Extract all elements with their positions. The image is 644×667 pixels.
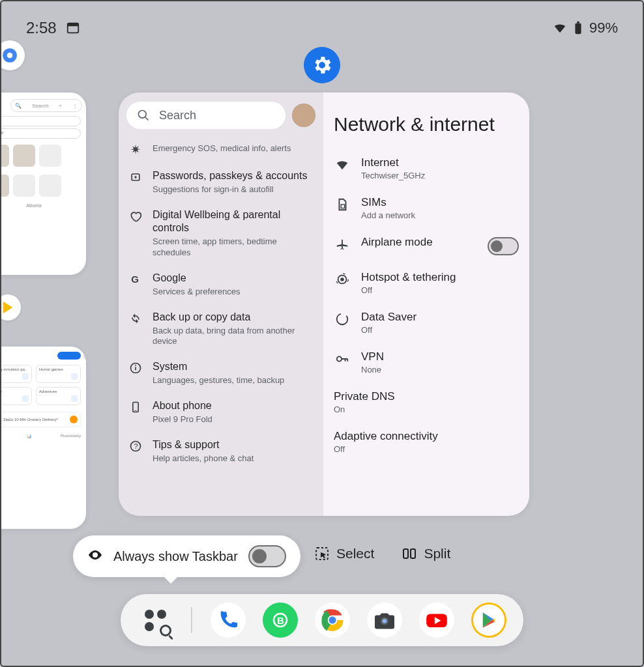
battery-icon — [571, 21, 585, 35]
search-icon — [160, 625, 171, 636]
google-icon: G — [128, 273, 143, 286]
net-adaptive[interactable]: Adaptive connectivityOff — [330, 422, 523, 462]
camera-app[interactable] — [367, 603, 402, 638]
net-vpn[interactable]: VPNNone — [330, 343, 523, 382]
settings-detail-pane: Network & internet InternetTechwiser_5GH… — [323, 92, 529, 516]
svg-text:?: ? — [134, 442, 138, 450]
chrome-icon — [318, 606, 347, 634]
svg-point-32 — [329, 617, 336, 624]
battery-percent: 99% — [589, 20, 618, 36]
svg-rect-15 — [134, 410, 136, 411]
profile-avatar[interactable] — [292, 104, 315, 127]
setting-google[interactable]: G GoogleServices & preferences — [123, 265, 319, 304]
wifi-icon — [334, 158, 351, 172]
setting-backup[interactable]: Back up or copy dataBack up data, bring … — [123, 304, 319, 354]
recents-actions: Select Split — [314, 546, 450, 561]
net-airplane[interactable]: Airplane mode — [330, 228, 523, 263]
svg-point-34 — [383, 619, 387, 623]
svg-rect-3 — [577, 21, 579, 23]
setting-wellbeing[interactable]: Digital Wellbeing & parental controlsScr… — [123, 202, 319, 265]
peek-pill — [57, 352, 81, 360]
heart-icon — [128, 210, 143, 223]
svg-rect-12 — [135, 367, 136, 371]
net-hotspot[interactable]: Hotspot & tetheringOff — [330, 263, 523, 303]
taskbar-popup[interactable]: Always show Taskbar — [73, 535, 300, 577]
svg-rect-1 — [67, 23, 78, 27]
taskbar-dock[interactable]: B — [121, 594, 523, 646]
setting-passwords[interactable]: Passwords, passkeys & accountsSuggestion… — [123, 163, 319, 202]
recents-app-bubble-photos[interactable] — [0, 40, 25, 70]
help-icon: ? — [128, 440, 143, 453]
calendar-icon — [66, 21, 80, 35]
setting-about[interactable]: About phonePixel 9 Pro Fold — [123, 393, 319, 432]
svg-text:B: B — [277, 615, 284, 626]
popup-label: Always show Taskbar — [113, 549, 238, 564]
thumb — [13, 145, 35, 167]
setting-tips[interactable]: ? Tips & supportHelp articles, phone & c… — [123, 432, 319, 471]
sync-icon — [128, 312, 143, 325]
youtube-icon — [424, 608, 449, 632]
svg-point-9 — [134, 176, 136, 178]
setting-safety[interactable]: Emergency SOS, medical info, alerts — [123, 135, 319, 163]
svg-point-19 — [340, 277, 344, 281]
peek-field-from: from — [0, 116, 81, 126]
settings-app-icon[interactable] — [304, 47, 340, 83]
recents-card-settings[interactable]: Search Emergency SOS, medical info, aler… — [119, 92, 529, 516]
albums-label: Albums — [0, 203, 86, 208]
recents-app-bubble-play[interactable] — [0, 294, 21, 320]
svg-point-6 — [139, 111, 147, 119]
camera-icon — [373, 608, 396, 632]
promo-tile: Zepto 10-Min Grocery Delivery* — [0, 412, 81, 427]
play-store-app[interactable] — [471, 603, 506, 638]
vpn-icon — [334, 352, 351, 366]
thumb — [0, 145, 9, 167]
search-input[interactable]: Search — [126, 102, 285, 129]
phone-icon — [128, 401, 143, 414]
thumb — [0, 175, 9, 197]
clock: 2:58 — [26, 19, 57, 37]
info-icon — [128, 362, 143, 375]
svg-point-23 — [337, 356, 342, 361]
app-drawer-button[interactable] — [138, 603, 173, 638]
cat-tile: Adventure — [36, 387, 81, 405]
search-placeholder: Search — [159, 109, 196, 122]
gear-icon — [311, 54, 333, 76]
taskbar-toggle[interactable] — [248, 545, 286, 567]
eye-icon — [87, 547, 103, 565]
cat-tile: Racing simulator ga.. — [0, 365, 32, 383]
phone-icon — [217, 609, 239, 631]
settings-list[interactable]: Emergency SOS, medical info, alerts Pass… — [119, 134, 323, 516]
svg-point-22 — [337, 314, 348, 325]
thumb — [13, 175, 35, 197]
airplane-icon — [334, 237, 351, 251]
asterisk-icon — [128, 143, 143, 156]
key-icon — [128, 171, 143, 184]
phone-app[interactable] — [211, 603, 246, 638]
chrome-app[interactable] — [315, 603, 350, 638]
youtube-app[interactable] — [419, 603, 454, 638]
recents-card-playstore[interactable]: Racing simulator ga.. Horror games Puzzl… — [0, 347, 86, 529]
whatsapp-business-app[interactable]: B — [263, 603, 298, 638]
select-action[interactable]: Select — [314, 546, 374, 561]
svg-rect-26 — [411, 549, 415, 558]
net-sims[interactable]: SIMsAdd a network — [330, 188, 523, 228]
svg-line-7 — [145, 117, 149, 121]
recents-card-photos[interactable]: 🔍Search+⋮ from Arrive Albums — [0, 92, 86, 275]
sim-icon — [334, 197, 351, 212]
airplane-toggle[interactable] — [488, 237, 519, 255]
svg-rect-13 — [135, 365, 136, 366]
settings-left-pane: Search Emergency SOS, medical info, aler… — [119, 92, 323, 516]
status-bar: 2:58 99% — [1, 18, 643, 38]
detail-heading: Network & internet — [330, 92, 523, 149]
setting-system[interactable]: SystemLanguages, gestures, time, backup — [123, 354, 319, 393]
cat-tile: Puzzle — [0, 387, 32, 405]
svg-rect-2 — [575, 23, 581, 34]
net-privatedns[interactable]: Private DNSOn — [330, 382, 523, 422]
select-icon — [314, 546, 330, 561]
cat-tile: Horror games — [36, 365, 81, 383]
net-internet[interactable]: InternetTechwiser_5GHz — [330, 149, 523, 188]
whatsapp-icon: B — [271, 610, 290, 630]
net-datasaver[interactable]: Data SaverOff — [330, 303, 523, 343]
peek-search: 🔍Search+⋮ — [10, 99, 82, 112]
split-action[interactable]: Split — [402, 546, 450, 561]
